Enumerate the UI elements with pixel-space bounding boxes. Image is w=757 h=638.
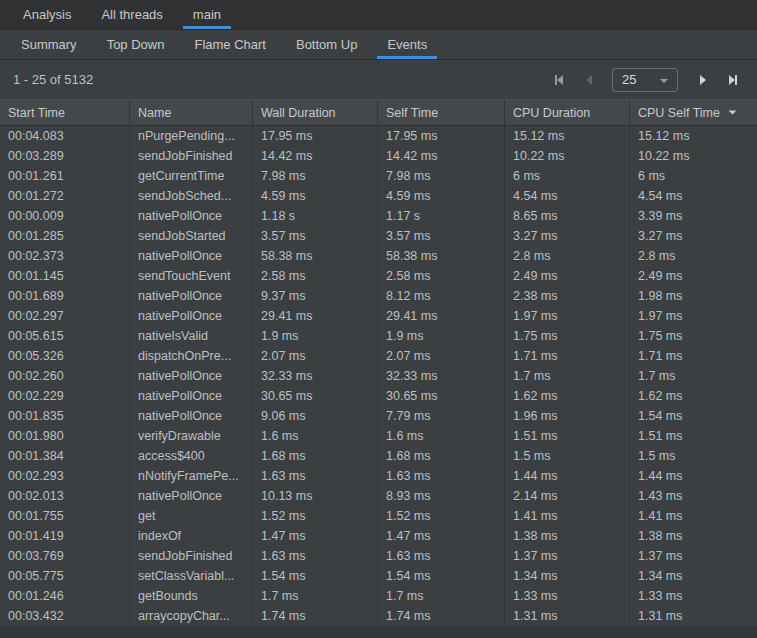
table-cell[interactable]: 1.6 ms	[378, 426, 505, 446]
table-row[interactable]: 00:03.289sendJobFinished14.42 ms14.42 ms…	[0, 146, 757, 166]
previous-page-button[interactable]	[578, 69, 600, 91]
column-header-cpu-duration[interactable]: CPU Duration	[505, 100, 630, 125]
table-cell[interactable]: 7.98 ms	[378, 166, 505, 186]
table-row[interactable]: 00:02.373nativePollOnce58.38 ms58.38 ms2…	[0, 246, 757, 266]
tab-analysis[interactable]: Analysis	[8, 0, 86, 29]
table-row[interactable]: 00:01.835nativePollOnce9.06 ms7.79 ms1.9…	[0, 406, 757, 426]
table-cell[interactable]: 00:04.083	[0, 126, 130, 146]
table-cell[interactable]: nativePollOnce	[130, 386, 253, 406]
table-cell[interactable]: 00:03.769	[0, 546, 130, 566]
tab-flame-chart[interactable]: Flame Chart	[179, 30, 281, 59]
table-cell[interactable]: 00:02.293	[0, 466, 130, 486]
table-cell[interactable]: 1.34 ms	[630, 566, 757, 586]
table-row[interactable]: 00:01.755get1.52 ms1.52 ms1.41 ms1.41 ms	[0, 506, 757, 526]
table-cell[interactable]: sendTouchEvent	[130, 266, 253, 286]
table-cell[interactable]: sendJobStarted	[130, 226, 253, 246]
table-row[interactable]: 00:02.297nativePollOnce29.41 ms29.41 ms1…	[0, 306, 757, 326]
table-cell[interactable]: 1.63 ms	[253, 466, 378, 486]
column-header-start-time[interactable]: Start Time	[0, 100, 130, 125]
table-cell[interactable]: 2.8 ms	[505, 246, 630, 266]
first-page-button[interactable]	[548, 69, 570, 91]
table-cell[interactable]: 1.41 ms	[505, 506, 630, 526]
table-cell[interactable]: 2.49 ms	[630, 266, 757, 286]
table-cell[interactable]: 15.12 ms	[505, 126, 630, 146]
table-cell[interactable]: 1.97 ms	[630, 306, 757, 326]
table-cell[interactable]: 29.41 ms	[378, 306, 505, 326]
table-cell[interactable]: 1.17 s	[378, 206, 505, 226]
table-cell[interactable]: 1.31 ms	[630, 606, 757, 626]
table-row[interactable]: 00:01.272sendJobSched...4.59 ms4.59 ms4.…	[0, 186, 757, 206]
table-cell[interactable]: 14.42 ms	[378, 146, 505, 166]
table-cell[interactable]: 1.34 ms	[505, 566, 630, 586]
table-cell[interactable]: 00:02.373	[0, 246, 130, 266]
table-cell[interactable]: 1.62 ms	[505, 386, 630, 406]
table-cell[interactable]: 1.52 ms	[378, 506, 505, 526]
table-cell[interactable]: 1.63 ms	[378, 466, 505, 486]
table-cell[interactable]: 1.63 ms	[253, 546, 378, 566]
table-cell[interactable]: 00:01.246	[0, 586, 130, 606]
table-cell[interactable]: 00:02.297	[0, 306, 130, 326]
last-page-button[interactable]	[722, 69, 744, 91]
table-cell[interactable]: 32.33 ms	[253, 366, 378, 386]
table-cell[interactable]: 2.58 ms	[253, 266, 378, 286]
table-row[interactable]: 00:01.419indexOf1.47 ms1.47 ms1.38 ms1.3…	[0, 526, 757, 546]
table-cell[interactable]: 00:01.689	[0, 286, 130, 306]
table-row[interactable]: 00:01.261getCurrentTime7.98 ms7.98 ms6 m…	[0, 166, 757, 186]
table-cell[interactable]: 00:05.326	[0, 346, 130, 366]
table-cell[interactable]: 1.44 ms	[505, 466, 630, 486]
table-cell[interactable]: 1.63 ms	[378, 546, 505, 566]
table-cell[interactable]: 1.7 ms	[378, 586, 505, 606]
table-cell[interactable]: 2.38 ms	[505, 286, 630, 306]
table-cell[interactable]: 1.62 ms	[630, 386, 757, 406]
tab-bottom-up[interactable]: Bottom Up	[281, 30, 372, 59]
table-cell[interactable]: 10.22 ms	[505, 146, 630, 166]
tab-main[interactable]: main	[178, 0, 236, 29]
table-row[interactable]: 00:05.615nativeIsValid1.9 ms1.9 ms1.75 m…	[0, 326, 757, 346]
table-cell[interactable]: 8.65 ms	[505, 206, 630, 226]
next-page-button[interactable]	[692, 69, 714, 91]
table-cell[interactable]: 1.43 ms	[630, 486, 757, 506]
table-cell[interactable]: 1.97 ms	[505, 306, 630, 326]
table-cell[interactable]: 6 ms	[505, 166, 630, 186]
table-cell[interactable]: 2.14 ms	[505, 486, 630, 506]
table-cell[interactable]: sendJobSched...	[130, 186, 253, 206]
table-cell[interactable]: dispatchOnPre...	[130, 346, 253, 366]
table-cell[interactable]: 1.54 ms	[378, 566, 505, 586]
table-row[interactable]: 00:03.432arraycopyChar...1.74 ms1.74 ms1…	[0, 606, 757, 626]
table-cell[interactable]: 00:01.272	[0, 186, 130, 206]
table-cell[interactable]: 1.44 ms	[630, 466, 757, 486]
table-cell[interactable]: verifyDrawable	[130, 426, 253, 446]
table-cell[interactable]: nativePollOnce	[130, 286, 253, 306]
table-cell[interactable]: 1.75 ms	[630, 326, 757, 346]
table-row[interactable]: 00:02.260nativePollOnce32.33 ms32.33 ms1…	[0, 366, 757, 386]
table-cell[interactable]: 1.74 ms	[253, 606, 378, 626]
table-row[interactable]: 00:03.769sendJobFinished1.63 ms1.63 ms1.…	[0, 546, 757, 566]
table-cell[interactable]: 2.58 ms	[378, 266, 505, 286]
table-cell[interactable]: 29.41 ms	[253, 306, 378, 326]
table-cell[interactable]: 1.38 ms	[505, 526, 630, 546]
table-cell[interactable]: 1.96 ms	[505, 406, 630, 426]
table-cell[interactable]: 1.37 ms	[630, 546, 757, 566]
table-cell[interactable]: 1.31 ms	[505, 606, 630, 626]
table-cell[interactable]: 7.98 ms	[253, 166, 378, 186]
table-cell[interactable]: 4.59 ms	[253, 186, 378, 206]
table-cell[interactable]: getBounds	[130, 586, 253, 606]
column-header-self-time[interactable]: Self Time	[378, 100, 505, 125]
table-cell[interactable]: 2.49 ms	[505, 266, 630, 286]
table-row[interactable]: 00:02.229nativePollOnce30.65 ms30.65 ms1…	[0, 386, 757, 406]
tab-events[interactable]: Events	[372, 30, 442, 59]
table-cell[interactable]: 17.95 ms	[378, 126, 505, 146]
table-cell[interactable]: arraycopyChar...	[130, 606, 253, 626]
table-cell[interactable]: nativePollOnce	[130, 246, 253, 266]
table-cell[interactable]: 00:02.013	[0, 486, 130, 506]
table-cell[interactable]: 10.22 ms	[630, 146, 757, 166]
table-cell[interactable]: nativePollOnce	[130, 486, 253, 506]
table-cell[interactable]: 3.57 ms	[253, 226, 378, 246]
table-row[interactable]: 00:05.326dispatchOnPre...2.07 ms2.07 ms1…	[0, 346, 757, 366]
table-cell[interactable]: 1.75 ms	[505, 326, 630, 346]
table-cell[interactable]: 1.47 ms	[378, 526, 505, 546]
table-cell[interactable]: 4.59 ms	[378, 186, 505, 206]
table-cell[interactable]: 00:05.615	[0, 326, 130, 346]
tab-all-threads[interactable]: All threads	[86, 0, 177, 29]
table-cell[interactable]: 00:01.384	[0, 446, 130, 466]
